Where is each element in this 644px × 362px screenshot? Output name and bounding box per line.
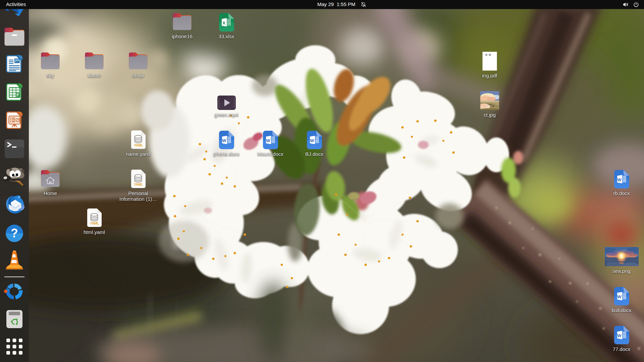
svg-text:?: ? [11,226,18,240]
